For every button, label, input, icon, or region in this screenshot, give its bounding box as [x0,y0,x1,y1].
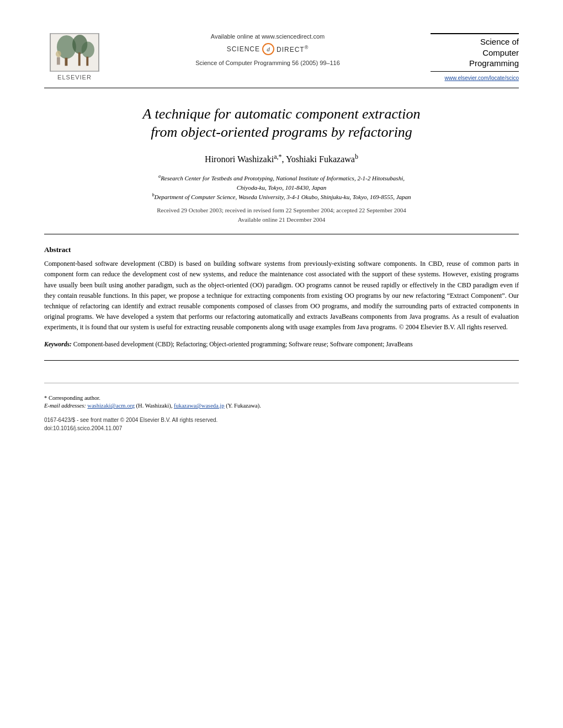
journal-title-box: Science ofComputerProgramming [431,33,519,72]
corresponding-note: * Corresponding author. E-mail addresses… [44,394,519,410]
title-section: A technique for automatic component extr… [44,105,519,223]
abstract-body: Component-based software development (CB… [44,259,519,333]
abstract-title: Abstract [44,245,519,254]
footer-section: * Corresponding author. E-mail addresses… [44,383,519,432]
svg-rect-6 [86,57,88,66]
email-fukazawa-name: (Y. Fukazawa). [226,403,261,409]
journal-header: ELSEVIER Available online at www.science… [44,33,519,81]
affiliations: aResearch Center for Testbeds and Protot… [44,173,519,201]
elsevier-logo: ELSEVIER [44,33,105,81]
corresponding-label: Corresponding author. [49,395,100,401]
sd-d-letter: d [267,46,270,52]
svg-rect-4 [65,58,68,66]
keywords-label: Keywords: [44,341,72,347]
issn-line: 0167-6423/$ - see front matter © 2004 El… [44,416,519,432]
issn-text: 0167-6423/$ - see front matter © 2004 El… [44,416,519,424]
elsevier-label: ELSEVIER [57,74,92,81]
email-washizaki[interactable]: washizaki@acm.org [87,403,135,409]
svg-rect-5 [78,52,81,66]
sd-direct-text: DIRECT® [277,45,309,53]
keywords-text: Component-based development (CBD); Refac… [73,341,413,347]
journal-volume-info: Science of Computer Programming 56 (2005… [116,60,419,66]
elsevier-url[interactable]: www.elsevier.com/locate/scico [431,75,519,81]
svg-point-3 [82,42,94,58]
available-online-text: Available online at www.sciencedirect.co… [116,33,419,40]
received-info: Received 29 October 2003; received in re… [44,207,519,213]
email-washizaki-name: (H. Washizaki), [136,403,174,409]
right-header: Science ofComputerProgramming www.elsevi… [431,33,519,81]
sd-circle-icon: d [262,43,274,55]
abstract-section: Abstract Component-based software develo… [44,245,519,349]
sd-sup: ® [305,45,309,50]
available-online-article: Available online 21 December 2004 [44,216,519,223]
svg-rect-8 [57,57,60,65]
article-title: A technique for automatic component extr… [44,105,519,142]
doi-text: doi:10.1016/j.scico.2004.11.007 [44,424,519,432]
center-header: Available online at www.sciencedirect.co… [105,33,431,66]
journal-title: Science ofComputerProgramming [431,36,519,69]
keywords-line: Keywords: Component-based development (C… [44,340,519,349]
page: ELSEVIER Available online at www.science… [0,0,563,728]
authors-line: Hironori Washizakia,*, Yoshiaki Fukazawa… [44,153,519,164]
elsevier-tree-image [50,33,99,72]
sd-science-text: SCIENCE [227,45,260,53]
abstract-divider [44,360,519,361]
email-label: E-mail addresses: [44,403,87,409]
header-divider [44,88,519,88]
svg-point-7 [56,51,61,57]
corresponding-star: * [44,395,49,401]
sciencedirect-logo: SCIENCE d DIRECT® [116,43,419,55]
title-divider [44,234,519,234]
email-fukazawa[interactable]: fukazawa@waseda.jp [174,403,225,409]
